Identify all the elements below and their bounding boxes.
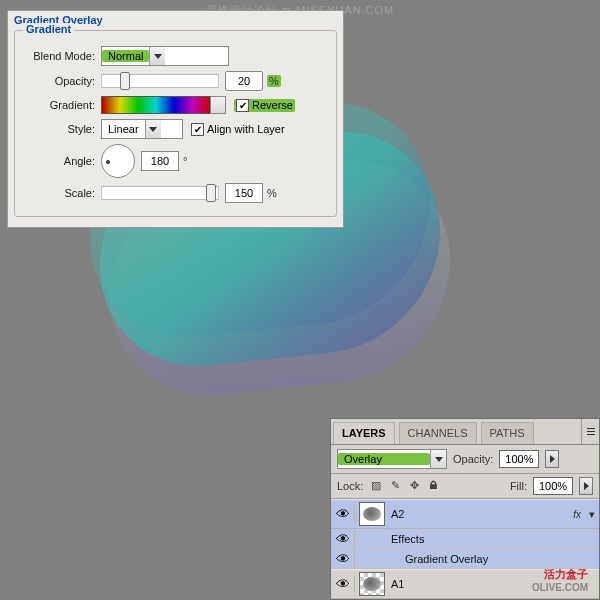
layer-blend-value: Overlay — [338, 453, 430, 465]
scale-slider[interactable] — [101, 186, 219, 200]
blend-mode-value: Normal — [102, 50, 149, 62]
effects-header[interactable]: 👁︎ Effects — [331, 529, 599, 549]
opacity-flyout-icon[interactable] — [545, 450, 559, 468]
gradient-overlay-panel: Gradient Overlay Gradient Blend Mode: No… — [7, 10, 344, 228]
slider-thumb-icon[interactable] — [120, 72, 130, 90]
reverse-label: Reverse — [252, 99, 293, 111]
fx-badge[interactable]: fx — [573, 509, 581, 520]
align-label: Align with Layer — [207, 123, 285, 135]
gradient-swatch[interactable] — [101, 96, 211, 114]
fill-label: Fill: — [510, 480, 527, 492]
gradient-group: Gradient Blend Mode: Normal Opacity: 20 … — [14, 30, 337, 217]
scale-label: Scale: — [21, 187, 95, 199]
lock-label: Lock: — [337, 480, 363, 492]
layer-opacity-label: Opacity: — [453, 453, 493, 465]
angle-label: Angle: — [21, 155, 95, 167]
chevron-down-icon[interactable] — [430, 450, 446, 468]
visibility-eye-icon[interactable]: 👁︎ — [331, 551, 355, 567]
lock-all-icon[interactable]: 🔒︎ — [426, 479, 440, 493]
checkbox-icon: ✔ — [191, 123, 204, 136]
layer-opacity-value[interactable]: 100% — [499, 450, 539, 468]
fill-value[interactable]: 100% — [533, 477, 573, 495]
style-label: Style: — [21, 123, 95, 135]
panel-tabbar: LAYERS CHANNELS PATHS — [331, 419, 599, 445]
lock-transparent-icon[interactable]: ▨ — [369, 479, 383, 493]
style-value: Linear — [102, 123, 145, 135]
tab-channels[interactable]: CHANNELS — [399, 422, 477, 444]
chevron-down-icon[interactable]: ▾ — [585, 508, 599, 521]
blend-mode-label: Blend Mode: — [21, 50, 95, 62]
visibility-eye-icon[interactable]: 👁︎ — [331, 506, 355, 522]
gradient-label: Gradient: — [21, 99, 95, 111]
angle-dial[interactable] — [101, 144, 135, 178]
checkbox-icon: ✔ — [236, 99, 249, 112]
layer-thumbnail[interactable] — [359, 572, 385, 596]
effects-label: Effects — [391, 533, 424, 545]
slider-thumb-icon[interactable] — [206, 184, 216, 202]
angle-value[interactable]: 180 — [141, 151, 179, 171]
layer-item-a2[interactable]: 👁︎ A2 fx ▾ — [331, 499, 599, 529]
reverse-checkbox[interactable]: ✔ Reverse — [234, 99, 295, 112]
lock-buttons: ▨ ✎ ✥ 🔒︎ — [369, 479, 442, 493]
visibility-eye-icon[interactable]: 👁︎ — [331, 531, 355, 547]
scale-value[interactable]: 150 — [225, 183, 263, 203]
style-select[interactable]: Linear — [101, 119, 183, 139]
lock-brush-icon[interactable]: ✎ — [388, 479, 402, 493]
scale-unit: % — [267, 187, 277, 199]
effect-label: Gradient Overlay — [405, 553, 488, 565]
opacity-slider[interactable] — [101, 74, 219, 88]
watermark-brand: 活力盒子 OLIVE.COM — [532, 565, 588, 593]
blend-mode-select[interactable]: Normal — [101, 46, 229, 66]
lock-move-icon[interactable]: ✥ — [407, 479, 421, 493]
layer-name: A2 — [391, 508, 569, 520]
chevron-down-icon[interactable] — [145, 120, 161, 138]
chevron-down-icon[interactable] — [149, 47, 165, 65]
fill-flyout-icon[interactable] — [579, 477, 593, 495]
layer-thumbnail[interactable] — [359, 502, 385, 526]
angle-unit: ° — [183, 155, 187, 167]
group-label: Gradient — [23, 23, 74, 35]
tab-layers[interactable]: LAYERS — [333, 422, 395, 444]
visibility-eye-icon[interactable]: 👁︎ — [331, 576, 355, 592]
layer-blend-select[interactable]: Overlay — [337, 449, 447, 469]
panel-menu-icon[interactable] — [581, 419, 599, 444]
opacity-value[interactable]: 20 — [225, 71, 263, 91]
opacity-label: Opacity: — [21, 75, 95, 87]
tab-paths[interactable]: PATHS — [481, 422, 534, 444]
align-checkbox[interactable]: ✔ Align with Layer — [191, 123, 285, 136]
chevron-down-icon[interactable] — [210, 96, 226, 114]
opacity-unit: % — [267, 75, 281, 87]
